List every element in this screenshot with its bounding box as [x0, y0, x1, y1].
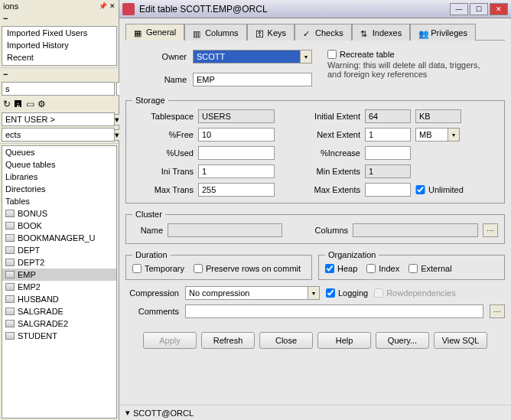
- viewsql-button[interactable]: View SQL: [434, 332, 487, 349]
- close-dialog-button[interactable]: Close: [259, 332, 313, 349]
- object-tree[interactable]: Queues Queue tables Libraries Directorie…: [2, 145, 117, 418]
- imported-list: Imported Fixed Users Imported History Re…: [2, 26, 117, 66]
- cluster-name-input: [168, 223, 282, 237]
- comments-label: Comments: [125, 307, 179, 316]
- preserve-checkbox[interactable]: Preserve rows on commit: [194, 264, 301, 273]
- rowdep-checkbox: Rowdependencies: [374, 288, 456, 298]
- name-input[interactable]: [193, 73, 312, 86]
- tab-general[interactable]: ▦General: [125, 24, 184, 41]
- organization-legend: Organization: [325, 250, 379, 259]
- pctfree-input[interactable]: [198, 128, 275, 142]
- table-icon: [5, 234, 15, 242]
- tool-icon[interactable]: ⚙: [37, 99, 46, 109]
- status-text: SCOTT@ORCL: [133, 409, 194, 418]
- minext-label: Min Extents: [299, 167, 360, 176]
- search-input-1[interactable]: [2, 82, 115, 96]
- cluster-fieldset: Cluster Name Columns ⋯: [125, 210, 505, 244]
- index-checkbox[interactable]: Index: [366, 264, 399, 273]
- warning-text: Warning: this will delete all data, trig…: [327, 60, 480, 79]
- tool-icon[interactable]: 🖪: [14, 99, 23, 109]
- tab-keys[interactable]: ⚿Keys: [247, 24, 295, 41]
- tool-icon[interactable]: ▭: [26, 99, 34, 109]
- tab-indexes[interactable]: ⇅Indexes: [352, 24, 411, 41]
- initrans-input[interactable]: [198, 164, 275, 178]
- pctused-input[interactable]: [198, 146, 275, 160]
- storage-fieldset: Storage Tablespace Initial Extent %Free …: [125, 96, 505, 203]
- comments-input[interactable]: [185, 304, 483, 318]
- recreate-checkbox[interactable]: Recreate table: [327, 50, 480, 59]
- tree-table[interactable]: DEPT: [2, 244, 116, 256]
- checks-icon: ✓: [303, 29, 312, 37]
- maximize-button[interactable]: ☐: [470, 3, 488, 15]
- keys-icon: ⚿: [255, 29, 265, 37]
- tree-table[interactable]: EMP2: [2, 281, 116, 293]
- pctinc-label: %Increase: [299, 148, 360, 158]
- initext-label: Initial Extent: [299, 112, 360, 121]
- tree-table[interactable]: BONUS: [2, 207, 116, 220]
- tree-category[interactable]: Queue tables: [2, 158, 116, 171]
- dropdown-arrow-icon[interactable]: ▾: [448, 128, 460, 142]
- unlimited-checkbox[interactable]: Unlimited: [415, 185, 461, 194]
- initrans-label: Ini Trans: [132, 167, 194, 176]
- compression-select[interactable]: [185, 286, 308, 300]
- collapse-icon[interactable]: −: [3, 14, 8, 23]
- tree-table[interactable]: STUDENT: [2, 330, 116, 342]
- logging-checkbox[interactable]: Logging: [326, 288, 368, 298]
- list-item[interactable]: Imported History: [2, 39, 116, 51]
- maxext-input[interactable]: [365, 183, 411, 197]
- tree-category[interactable]: Directories: [2, 183, 116, 195]
- pin-icon[interactable]: 📌 ✕: [99, 2, 116, 10]
- list-item[interactable]: Recent: [2, 51, 116, 63]
- sidebar-ions-label: ions: [3, 2, 18, 11]
- tree-table[interactable]: BOOK: [2, 220, 116, 232]
- tab-columns[interactable]: ▥Columns: [184, 24, 246, 41]
- table-icon: [5, 308, 15, 315]
- temporary-checkbox[interactable]: Temporary: [132, 264, 184, 273]
- tree-category[interactable]: Queues: [2, 146, 116, 158]
- pctfree-label: %Free: [132, 130, 194, 139]
- query-button[interactable]: Query...: [376, 332, 429, 349]
- title-bar: Edit table SCOTT.EMP@ORCL — ☐ ✕: [119, 0, 511, 18]
- tablespace-label: Tablespace: [132, 112, 194, 121]
- tree-table-selected[interactable]: EMP: [2, 269, 116, 281]
- nextext-input[interactable]: [365, 128, 411, 142]
- tab-privileges[interactable]: 👥Privileges: [410, 24, 476, 41]
- collapse-icon[interactable]: −: [3, 70, 8, 79]
- expand-icon[interactable]: ▾: [125, 408, 130, 418]
- tree-table[interactable]: BOOKMANAGER_U: [2, 232, 116, 244]
- nextext-unit[interactable]: [415, 128, 448, 142]
- storage-legend: Storage: [132, 96, 168, 105]
- owner-input[interactable]: [193, 50, 300, 63]
- pctinc-input[interactable]: [365, 146, 411, 160]
- tab-checks[interactable]: ✓Checks: [295, 24, 352, 41]
- dropdown-arrow-icon[interactable]: ▾: [308, 286, 320, 300]
- user-selector[interactable]: [2, 112, 115, 126]
- help-button[interactable]: Help: [317, 332, 371, 349]
- heap-checkbox[interactable]: Heap: [325, 264, 357, 273]
- external-checkbox[interactable]: External: [408, 264, 451, 273]
- maxext-label: Max Extents: [299, 185, 360, 194]
- tree-table[interactable]: HUSBAND: [2, 293, 116, 305]
- tree-table[interactable]: SALGRADE2: [2, 317, 116, 330]
- window-title: Edit table SCOTT.EMP@ORCL: [139, 4, 450, 15]
- objects-selector[interactable]: [2, 128, 115, 142]
- table-icon: [5, 283, 15, 291]
- dropdown-arrow-icon[interactable]: ▾: [300, 50, 312, 63]
- table-icon: [5, 271, 15, 278]
- tree-table[interactable]: SALGRADE: [2, 305, 116, 317]
- comments-button[interactable]: ⋯: [490, 304, 505, 318]
- indexes-icon: ⇅: [360, 29, 369, 37]
- refresh-button[interactable]: Refresh: [201, 332, 255, 349]
- minimize-button[interactable]: —: [450, 3, 468, 15]
- status-bar: ▾ SCOTT@ORCL: [119, 405, 511, 420]
- tree-category[interactable]: Libraries: [2, 171, 116, 183]
- close-button[interactable]: ✕: [490, 3, 508, 15]
- tree-category[interactable]: Tables: [2, 195, 116, 207]
- table-icon: [5, 222, 15, 230]
- cluster-columns-button[interactable]: ⋯: [483, 223, 498, 237]
- tree-table[interactable]: DEPT2: [2, 256, 116, 269]
- list-item[interactable]: Imported Fixed Users: [2, 27, 116, 39]
- tool-icon[interactable]: ↻: [3, 99, 11, 109]
- owner-label: Owner: [125, 52, 187, 61]
- maxtrans-input[interactable]: [198, 183, 275, 197]
